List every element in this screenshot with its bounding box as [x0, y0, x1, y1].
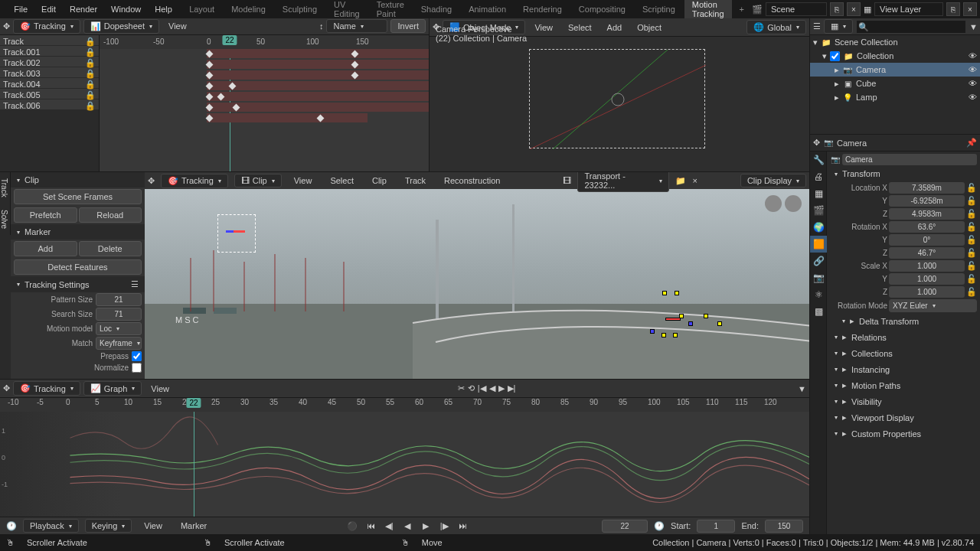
- lock-icon[interactable]: 🔓: [966, 261, 977, 271]
- menu-edit[interactable]: Edit: [35, 2, 62, 17]
- clip-track-menu[interactable]: Track: [399, 173, 432, 188]
- lock-icon[interactable]: 🔓: [966, 196, 977, 206]
- lock-view-icon[interactable]: [765, 195, 782, 212]
- preview-range-icon[interactable]: 🕐: [654, 521, 665, 531]
- scale-z-input[interactable]: 1.000: [889, 286, 965, 298]
- motion-model-dropdown[interactable]: Loc: [96, 322, 142, 335]
- tracking-mode-dropdown[interactable]: 🎯Tracking: [13, 19, 80, 34]
- rotation-mode-dropdown[interactable]: XYZ Euler: [889, 299, 977, 312]
- preset-icon[interactable]: ☰: [131, 279, 139, 289]
- timeline-view-menu[interactable]: View: [138, 518, 168, 533]
- editor-type-icon[interactable]: ✥: [3, 21, 10, 31]
- clip-mode-dropdown[interactable]: 🎯Tracking: [161, 174, 228, 188]
- set-scene-frames-button[interactable]: Set Scene Frames: [14, 189, 142, 204]
- marker-panel-header[interactable]: Marker: [11, 224, 145, 240]
- workspace-tab[interactable]: Layout: [181, 2, 222, 17]
- workspace-tab[interactable]: Compositing: [571, 2, 633, 17]
- current-frame-input[interactable]: 22: [602, 520, 648, 533]
- delete-marker-button[interactable]: Delete: [79, 241, 142, 256]
- clip-display-dropdown[interactable]: Clip Display: [740, 174, 806, 187]
- search-size-input[interactable]: 71: [96, 308, 142, 321]
- visibility-header[interactable]: ▸ Visibility: [828, 393, 978, 409]
- lock-icon[interactable]: 🔒: [85, 80, 96, 86]
- vp-add-menu[interactable]: Add: [601, 20, 629, 35]
- render-tab-icon[interactable]: 🔧: [810, 152, 827, 168]
- menu-window[interactable]: Window: [105, 2, 147, 17]
- object-name-input[interactable]: Camera: [842, 154, 977, 165]
- rot-z-input[interactable]: 46.7°: [889, 247, 965, 259]
- track-row[interactable]: Track.004🔒: [0, 78, 99, 89]
- prefetch-button[interactable]: Prefetch: [14, 207, 77, 223]
- sort-icon[interactable]: ↕: [319, 21, 324, 31]
- eye-icon[interactable]: 👁: [969, 79, 977, 88]
- jump-end-icon[interactable]: ▶|: [508, 383, 516, 393]
- track-marker[interactable]: [662, 333, 666, 337]
- normalize-checkbox[interactable]: [132, 363, 142, 373]
- outliner-row[interactable]: ▸📷Camera👁: [810, 63, 980, 77]
- dopesheet-view-menu[interactable]: View: [162, 18, 193, 34]
- menu-render[interactable]: Render: [64, 2, 103, 17]
- jump-prev-icon[interactable]: ◀: [489, 383, 495, 393]
- tool-icon[interactable]: ✂: [458, 383, 465, 393]
- editor-type-icon[interactable]: ✥: [813, 138, 820, 148]
- workspace-tab[interactable]: Sculpting: [275, 2, 325, 17]
- add-marker-button[interactable]: Add: [14, 241, 77, 256]
- workspace-tab[interactable]: Animation: [461, 2, 514, 17]
- lock-icon[interactable]: 🔒: [85, 69, 96, 76]
- clip-file-dropdown[interactable]: Transport - 23232...: [577, 172, 669, 192]
- new-scene-icon[interactable]: ⎘: [830, 2, 844, 16]
- outliner-row[interactable]: ▾📁Collection👁: [810, 49, 980, 63]
- pin-icon[interactable]: 📌: [966, 138, 977, 148]
- data-tab-icon[interactable]: 📷: [810, 269, 827, 286]
- track-marker[interactable]: [662, 291, 667, 295]
- graph-submode-dropdown[interactable]: 📈Graph: [83, 381, 142, 396]
- menu-help[interactable]: Help: [149, 2, 178, 17]
- track-row[interactable]: Track.003🔒: [0, 67, 99, 78]
- clip-select-menu[interactable]: Select: [324, 173, 360, 188]
- lock-icon[interactable]: 🔓: [966, 209, 977, 219]
- workspace-tab[interactable]: Scripting: [635, 2, 683, 17]
- track-marker[interactable]: [717, 321, 722, 326]
- custom-properties-header[interactable]: ▸ Custom Properties: [828, 425, 978, 442]
- new-viewlayer-icon[interactable]: ⎘: [946, 2, 960, 16]
- transform-header[interactable]: Transform: [828, 166, 978, 181]
- menu-file[interactable]: File: [8, 2, 34, 17]
- graph-canvas[interactable]: 1 0 -1: [0, 412, 809, 517]
- lock-icon[interactable]: 🔓: [966, 183, 977, 193]
- eye-icon[interactable]: 👁: [969, 51, 977, 60]
- track-marker[interactable]: [665, 318, 681, 321]
- jump-start-icon[interactable]: |◀: [478, 383, 486, 393]
- outliner-row[interactable]: ▾📁Scene Collection: [810, 35, 980, 49]
- jump-start-icon[interactable]: ⏮: [364, 520, 377, 532]
- invert-button[interactable]: Invert: [390, 19, 426, 33]
- track-row[interactable]: Track.002🔒: [0, 57, 99, 67]
- lock-icon[interactable]: 🔒: [85, 47, 96, 54]
- track-row[interactable]: Track🔒: [0, 35, 99, 46]
- motion-paths-header[interactable]: ▸ Motion Paths: [828, 377, 978, 393]
- collections-header[interactable]: ▸ Collections: [828, 345, 978, 361]
- reload-button[interactable]: Reload: [79, 207, 142, 223]
- instancing-header[interactable]: ▸ Instancing: [828, 361, 978, 377]
- zoom-icon[interactable]: [785, 195, 802, 212]
- clip-viewport[interactable]: ✥ 🎯Tracking 🎞Clip View Select Clip Track…: [145, 172, 809, 379]
- outliner-row[interactable]: ▸💡Lamp👁: [810, 90, 980, 104]
- vp-select-menu[interactable]: Select: [562, 20, 598, 35]
- scale-x-input[interactable]: 1.000: [889, 260, 965, 272]
- close-clip-icon[interactable]: ×: [692, 176, 697, 185]
- dopesheet-canvas[interactable]: -100 -50 0 50 100 150 22: [100, 35, 429, 171]
- track-marker[interactable]: [704, 314, 708, 318]
- keying-dropdown[interactable]: Keying: [85, 519, 132, 533]
- workspace-tab[interactable]: Modeling: [224, 2, 273, 17]
- relations-header[interactable]: ▸ Relations: [828, 329, 978, 345]
- loc-x-input[interactable]: 7.3589m: [889, 182, 965, 194]
- autokeying-icon[interactable]: ⚫: [346, 520, 358, 532]
- jump-end-icon[interactable]: ⏭: [456, 520, 469, 532]
- viewlayer-input[interactable]: [874, 2, 943, 16]
- 3d-viewport[interactable]: ✥ 🟦Object Mode View Select Add Object 🌐G…: [429, 18, 809, 171]
- outliner-search-input[interactable]: [856, 20, 966, 34]
- keyframe-next-icon[interactable]: |▶: [438, 520, 450, 532]
- lock-icon[interactable]: 🔒: [85, 37, 96, 44]
- sort-dropdown[interactable]: Name: [326, 19, 387, 33]
- pattern-size-input[interactable]: 21: [96, 293, 142, 306]
- vp-view-menu[interactable]: View: [528, 20, 559, 35]
